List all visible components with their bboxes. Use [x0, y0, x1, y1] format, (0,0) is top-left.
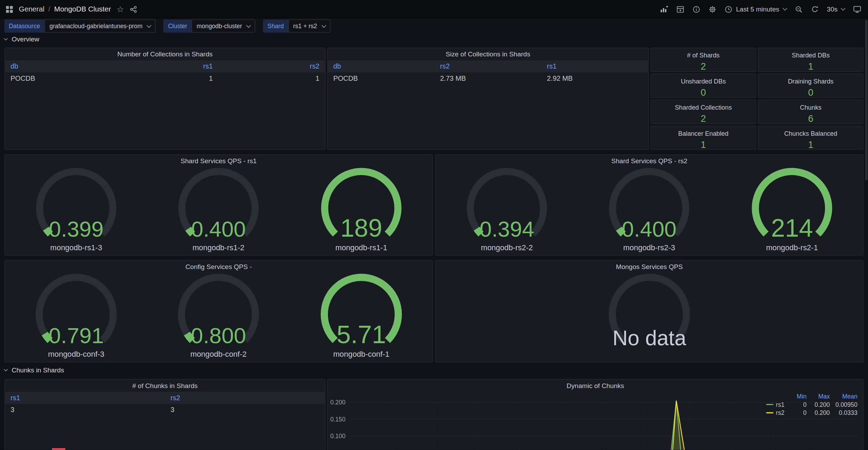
table-cell: 3 [165, 404, 325, 416]
svg-text:mongodb-rs1-1: mongodb-rs1-1 [335, 243, 387, 252]
svg-text:0.791: 0.791 [49, 323, 104, 348]
stat-value: 1 [808, 140, 813, 150]
stat-title[interactable]: Balancer Enabled [678, 130, 728, 137]
svg-text:mongodb-rs2-2: mongodb-rs2-2 [481, 243, 533, 252]
column-header-rs2[interactable]: rs2 [218, 60, 325, 72]
stats-grid: # of Shards2Sharded DBs1Unsharded DBs0Dr… [650, 48, 863, 150]
stat-panel: Chuncks Balanced1 [758, 126, 864, 150]
gauge-group: 0.394mongodb-rs2-20.400mongodb-rs2-3214m… [436, 167, 863, 255]
gauge-mongodb-rs2-3: 0.400mongodb-rs2-3 [578, 167, 720, 255]
svg-text:0.400: 0.400 [191, 217, 246, 241]
table-row: POCDB2.73 MB2.92 MB [328, 72, 648, 84]
column-header-rs2[interactable]: rs2 [165, 392, 325, 404]
column-header-rs1[interactable]: rs1 [112, 60, 218, 72]
variable-value-dropdown[interactable]: rs1 + rs2 [288, 19, 330, 33]
dashboard-info-icon[interactable] [692, 5, 700, 13]
chevron-down-icon [782, 6, 787, 10]
dashboard-title[interactable]: MongoDB Cluster [54, 5, 111, 13]
refresh-interval-label: 30s [827, 5, 838, 13]
chart-legend: MinMaxMeanrs100.2000.00950rs200.2000.033… [766, 393, 858, 416]
stat-title[interactable]: # of Shards [687, 52, 720, 58]
stat-panel: Draining Shards0 [758, 73, 864, 98]
breadcrumb-separator: / [45, 5, 54, 13]
variable-value-dropdown[interactable]: grafanacloud-gabrielantunes-prom [45, 19, 156, 33]
collections-table: dbrs1rs2 POCDB11 [5, 60, 325, 84]
panel-number-of-collections: Number of Collections in Shards dbrs1rs2… [5, 48, 326, 150]
star-icon[interactable]: ☆ [117, 4, 124, 14]
share-icon[interactable] [130, 5, 137, 13]
stat-panel: Chunks6 [758, 100, 864, 124]
variable-value: rs1 + rs2 [293, 23, 317, 29]
grafana-dashboard: General / MongoDB Cluster ☆ [0, 0, 868, 450]
panel-title[interactable]: # of Chunks in Shards [5, 380, 325, 392]
analytics-icon[interactable] [660, 5, 668, 13]
gauge-group: 0.399mongodb-rs1-30.400mongodb-rs1-2189m… [5, 167, 432, 255]
legend-series-rs1[interactable]: rs1 [766, 401, 790, 408]
svg-text:0.150: 0.150 [330, 416, 345, 423]
variables-bar: Datasource grafanacloud-gabrielantunes-p… [5, 19, 330, 33]
svg-text:214: 214 [771, 214, 813, 242]
stat-value: 6 [808, 113, 813, 124]
table-header-row: dbrs2rs1 [328, 60, 648, 72]
variable-value: grafanacloud-gabrielantunes-prom [49, 23, 142, 29]
legend-value: 0.00950 [830, 401, 857, 408]
cycle-view-monitor-icon[interactable] [853, 5, 861, 13]
chevron-down-icon [321, 23, 326, 27]
stat-title[interactable]: Sharded DBs [792, 52, 830, 58]
legend-header-Max[interactable]: Max [807, 393, 830, 400]
svg-text:No data: No data [612, 326, 686, 350]
legend-series-rs2[interactable]: rs2 [766, 410, 790, 416]
column-header-rs2[interactable]: rs2 [435, 60, 541, 72]
stat-title[interactable]: Chuncks Balanced [784, 130, 837, 137]
column-header-rs1[interactable]: rs1 [5, 392, 165, 404]
column-header-db[interactable]: db [328, 60, 435, 72]
legend-header-Min[interactable]: Min [790, 393, 807, 400]
panel-title[interactable]: Mongos Services QPS [436, 261, 863, 273]
variable-value-dropdown[interactable]: mongodb-cluster [192, 19, 256, 33]
stat-value: 0 [701, 87, 706, 98]
refresh-icon[interactable] [811, 5, 819, 13]
svg-text:0.100: 0.100 [330, 433, 345, 440]
legend-header-Mean[interactable]: Mean [830, 393, 857, 400]
chevron-down-icon [4, 368, 8, 371]
table-cell: 3 [5, 404, 165, 416]
stat-title[interactable]: Unsharded DBs [681, 78, 726, 85]
stat-value: 2 [701, 113, 706, 124]
stat-title[interactable]: Chunks [800, 104, 821, 111]
panel-title[interactable]: Number of Collections in Shards [5, 48, 325, 60]
legend-value: 0.200 [807, 401, 830, 408]
time-range-picker[interactable]: Last 5 minutes [725, 5, 787, 13]
zoom-out-icon[interactable] [795, 5, 803, 13]
add-panel-icon[interactable] [676, 5, 684, 13]
apps-grid-icon[interactable] [6, 5, 13, 13]
stat-value: 1 [808, 61, 813, 72]
section-header-overview[interactable]: Overview [5, 35, 39, 44]
panel-title[interactable]: Shard Services QPS - rs2 [436, 155, 863, 167]
gauge-mongodb-rs2-1: 214mongodb-rs2-1 [721, 167, 863, 255]
stat-value: 0 [808, 87, 813, 98]
section-header-chunks[interactable]: Chunks in Shards [5, 366, 64, 374]
dashboard-settings-gear-icon[interactable] [708, 5, 716, 13]
stat-panel: Balancer Enabled1 [650, 126, 756, 150]
scrollbar-thumb[interactable] [865, 20, 867, 180]
scrollbar[interactable] [865, 18, 868, 450]
stat-title[interactable]: Draining Shards [788, 78, 834, 85]
gauge-mongodb-rs1-3: 0.399mongodb-rs1-3 [5, 167, 147, 255]
panel-title[interactable]: Shard Services QPS - rs1 [5, 155, 432, 167]
table-cell: 2.92 MB [541, 72, 648, 84]
panel-title[interactable]: Config Services QPS - [5, 261, 432, 273]
gauge-group: No data [436, 273, 863, 362]
variable-label: Datasource [5, 19, 45, 33]
panel-title[interactable]: Size of Collections in Shards [328, 48, 648, 60]
stat-value: 1 [701, 140, 706, 150]
stat-title[interactable]: Sharded Collections [675, 104, 732, 111]
column-header-db[interactable]: db [5, 60, 111, 72]
panel-dynamic-of-chunks: Dynamic of Chunks 0.2000.1500.100 MinMax… [327, 379, 864, 450]
panel-title[interactable]: Dynamic of Chunks [328, 380, 863, 392]
refresh-interval-picker[interactable]: 30s [827, 5, 845, 13]
series-color-marker [766, 412, 773, 413]
svg-text:0.800: 0.800 [191, 323, 247, 348]
breadcrumb-folder[interactable]: General [19, 5, 45, 13]
clock-icon [725, 5, 732, 13]
column-header-rs1[interactable]: rs1 [541, 60, 648, 72]
